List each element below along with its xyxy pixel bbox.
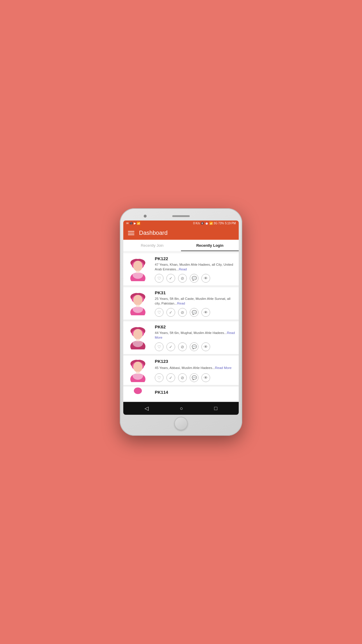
accept-button-pk62[interactable]: ✓	[166, 342, 175, 351]
phone-camera	[144, 215, 147, 218]
profile-info-pk123: PK123 45 Years, Abbasi, Muslim Ahle Hade…	[152, 356, 239, 385]
svg-point-14	[133, 339, 143, 347]
tab-recently-login[interactable]: Recently Login	[181, 240, 239, 251]
profile-card-pk62: PK62 44 Years, 5ft 6in, Mughal, Muslim A…	[123, 321, 239, 354]
hamburger-line-2	[128, 233, 134, 233]
tabs-bar: Recently Join Recently Login	[123, 240, 239, 251]
avatar-icon-pk31	[126, 292, 150, 315]
avatar-icon-pk62	[126, 326, 150, 349]
nav-bar: ◁ ○ □	[123, 402, 239, 415]
profile-desc-text-pk62: 44 Years, 5ft 6in, Mughal, Muslim Ahle H…	[155, 331, 227, 335]
view-button-pk122[interactable]: 👁	[201, 274, 210, 283]
profile-card-pk114-partial: PK114	[123, 387, 239, 401]
profile-desc-text-pk31: 25 Years, 5ft 8in, all Caste, Muslim Ahl…	[155, 297, 231, 305]
read-link-pk123[interactable]: Read More	[215, 366, 231, 370]
hamburger-line-3	[128, 235, 134, 235]
read-link-pk122[interactable]: Read	[179, 267, 187, 271]
accept-button-pk122[interactable]: ✓	[166, 274, 175, 283]
phone-top-bar	[123, 212, 239, 220]
phone-bottom	[123, 415, 239, 432]
action-icons-pk31: ♡ ✓ ⊘ 💬 👁	[155, 308, 236, 317]
profile-desc-pk122: 47 Years, Khan, Muslim Ahle Hadees, all …	[155, 262, 236, 272]
profile-desc-text-pk122: 47 Years, Khan, Muslim Ahle Hadees, all …	[155, 263, 233, 271]
profile-card-pk122: PK122 47 Years, Khan, Muslim Ahle Hadees…	[123, 253, 239, 286]
svg-point-11	[133, 329, 143, 340]
profile-desc-pk31: 25 Years, 5ft 8in, all Caste, Muslim Ahl…	[155, 296, 236, 306]
view-button-pk62[interactable]: 👁	[201, 342, 210, 351]
block-button-pk31[interactable]: ⊘	[178, 308, 187, 317]
app-header: Dashboard	[123, 226, 239, 240]
profile-name-pk62: PK62	[155, 324, 236, 329]
page-title: Dashboard	[139, 230, 168, 236]
like-button-pk31[interactable]: ♡	[155, 308, 164, 317]
phone-speaker	[172, 215, 190, 217]
profile-name-pk31: PK31	[155, 290, 236, 295]
chat-button-pk123[interactable]: 💬	[190, 373, 198, 382]
block-button-pk123[interactable]: ⊘	[178, 373, 187, 382]
svg-point-1	[133, 261, 143, 271]
avatar-pk122	[123, 253, 152, 286]
avatar-icon-pk114	[131, 387, 145, 401]
avatar-pk62	[123, 321, 152, 354]
like-button-pk123[interactable]: ♡	[155, 373, 164, 382]
phone-screen: ✉ 📵 ▶ 📶 0 K/s 🔇 ⏰ 📶 3G 73% 5:19 PM Dashb…	[123, 220, 239, 415]
profile-name-pk114: PK114	[155, 390, 236, 395]
avatar-icon-pk122	[126, 258, 150, 281]
profile-list: PK122 47 Years, Khan, Muslim Ahle Hadees…	[123, 251, 239, 402]
profile-card-pk31: PK31 25 Years, 5ft 8in, all Caste, Musli…	[123, 287, 239, 320]
tab-recently-join[interactable]: Recently Join	[123, 240, 181, 251]
status-data: 0 K/s 🔇 ⏰ 📶 3G 73%	[193, 222, 224, 225]
profile-name-pk122: PK122	[155, 256, 236, 261]
profile-info-pk62: PK62 44 Years, 5ft 6in, Mughal, Muslim A…	[152, 321, 239, 354]
physical-home-button[interactable]	[174, 417, 188, 430]
svg-point-4	[133, 271, 143, 279]
avatar-pk31	[123, 287, 152, 320]
block-button-pk122[interactable]: ⊘	[178, 274, 187, 283]
read-link-pk31[interactable]: Read	[177, 302, 185, 305]
profile-desc-pk123: 45 Years, Abbasi, Muslim Ahle Hadees...R…	[155, 365, 236, 370]
profile-info-pk31: PK31 25 Years, 5ft 8in, all Caste, Musli…	[152, 287, 239, 320]
block-button-pk62[interactable]: ⊘	[178, 342, 187, 351]
like-button-pk62[interactable]: ♡	[155, 342, 164, 351]
profile-card-pk123: PK123 45 Years, Abbasi, Muslim Ahle Hade…	[123, 356, 239, 385]
svg-point-19	[133, 372, 143, 380]
svg-point-9	[133, 305, 143, 313]
profile-info-pk114: PK114	[152, 387, 239, 401]
hamburger-menu-button[interactable]	[128, 231, 134, 235]
accept-button-pk123[interactable]: ✓	[166, 373, 175, 382]
chat-button-pk62[interactable]: 💬	[190, 342, 198, 351]
phone-frame: ✉ 📵 ▶ 📶 0 K/s 🔇 ⏰ 📶 3G 73% 5:19 PM Dashb…	[120, 208, 242, 436]
profile-info-pk122: PK122 47 Years, Khan, Muslim Ahle Hadees…	[152, 253, 239, 286]
action-icons-pk122: ♡ ✓ ⊘ 💬 👁	[155, 274, 236, 283]
action-icons-pk62: ♡ ✓ ⊘ 💬 👁	[155, 342, 236, 351]
chat-button-pk31[interactable]: 💬	[190, 308, 198, 317]
profile-name-pk123: PK123	[155, 359, 236, 364]
view-button-pk123[interactable]: 👁	[201, 373, 210, 382]
profile-desc-text-pk123: 45 Years, Abbasi, Muslim Ahle Hadees...	[155, 366, 215, 370]
home-button[interactable]: ○	[178, 403, 185, 414]
svg-point-20	[134, 387, 142, 394]
avatar-pk114-partial	[123, 387, 152, 401]
hamburger-line-1	[128, 231, 134, 232]
status-icons: ✉ 📵 ▶ 📶	[126, 222, 140, 225]
svg-point-6	[133, 295, 143, 305]
action-icons-pk123: ♡ ✓ ⊘ 💬 👁	[155, 373, 236, 382]
svg-point-16	[133, 362, 143, 372]
accept-button-pk31[interactable]: ✓	[166, 308, 175, 317]
status-time: 5:19 PM	[225, 222, 236, 225]
recent-apps-button[interactable]: □	[212, 403, 220, 414]
chat-button-pk122[interactable]: 💬	[190, 274, 198, 283]
status-left: ✉ 📵 ▶ 📶	[126, 222, 140, 225]
profile-desc-pk62: 44 Years, 5ft 6in, Mughal, Muslim Ahle H…	[155, 330, 236, 340]
back-button[interactable]: ◁	[142, 403, 151, 414]
avatar-icon-pk123	[126, 359, 150, 382]
status-bar: ✉ 📵 ▶ 📶 0 K/s 🔇 ⏰ 📶 3G 73% 5:19 PM	[123, 220, 239, 226]
view-button-pk31[interactable]: 👁	[201, 308, 210, 317]
status-right: 0 K/s 🔇 ⏰ 📶 3G 73% 5:19 PM	[193, 222, 236, 225]
like-button-pk122[interactable]: ♡	[155, 274, 164, 283]
avatar-pk123	[123, 356, 152, 385]
